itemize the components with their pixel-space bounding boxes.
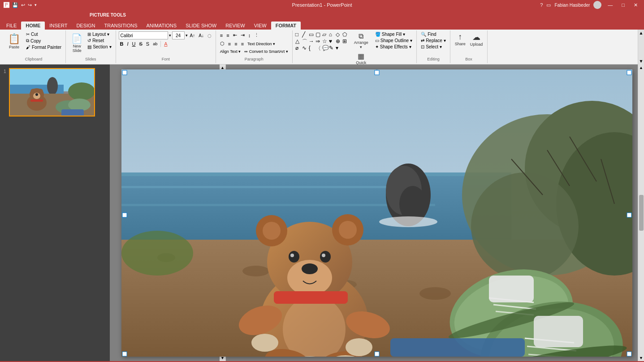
arrange-button[interactable]: ⧉ Arrange ▾ [351,31,371,50]
ribbon-scroll-down[interactable]: ▼ [638,58,644,65]
font-size-arrow[interactable]: ▾ [186,33,188,38]
shape-freeform[interactable]: ✎ [329,45,335,51]
shape-line[interactable]: ╱ [302,31,308,38]
font-color-button[interactable]: A [163,40,169,47]
ribbon-scroll-up[interactable]: ▲ [638,30,644,36]
close-button[interactable]: ✕ [631,2,640,8]
align-right-button[interactable]: ≡ [233,40,238,47]
shape-parallelogram[interactable]: ▱ [322,31,328,38]
decrease-indent-button[interactable]: ⇤ [232,31,238,39]
shape-plus[interactable]: ⊕ [336,38,342,44]
paste-button[interactable]: 📋 Paste [4,31,24,51]
upload-button[interactable]: ☁ Upload [468,31,485,47]
section-button[interactable]: ▤ Section ▾ [86,44,112,50]
shadow-button[interactable]: S [145,40,151,47]
upload-icon: ☁ [472,32,480,42]
shape-arc[interactable]: ⌒ [302,38,308,44]
convert-smartart-button[interactable]: ↭ Convert to SmartArt ▾ [243,48,290,55]
find-button[interactable]: 🔍 Find [419,31,447,37]
shape-rounded[interactable]: ▢ [316,31,322,38]
font-size-input[interactable] [172,31,185,39]
quick-access-more[interactable]: ▾ [35,3,37,7]
shape-trapezoid[interactable]: ⌂ [329,31,335,38]
justify-button[interactable]: ≡ [240,40,245,47]
shape-triangle[interactable]: △ [295,38,302,44]
text-direction-button[interactable]: Text Direction ▾ [246,41,277,47]
box-label: Box [453,57,485,62]
shape-pentagon[interactable]: ⬠ [342,31,349,38]
font-decrease-button[interactable]: A↓ [197,32,205,39]
bullet-list-button[interactable]: ≡ [219,32,224,39]
tab-review[interactable]: REVIEW [221,22,249,30]
tab-view[interactable]: VIEW [250,22,271,30]
shape-wave[interactable]: ∿ [302,45,308,51]
shape-rect[interactable]: □ [295,31,302,38]
numbered-list-button[interactable]: ≡ [225,32,230,39]
tab-design[interactable]: DESIGN [72,22,99,30]
font-increase-button[interactable]: A↑ [189,32,197,39]
shape-curved[interactable]: ⌀ [295,45,302,51]
replace-icon: ⇄ [421,38,424,43]
help-icon[interactable]: ? [540,2,543,8]
ribbon-scroll[interactable]: ▲ ▼ [638,30,644,65]
underline-button[interactable]: U [131,40,137,47]
minimize-button[interactable]: — [605,2,615,8]
shape-effects-button[interactable]: ✦ Shape Effects ▾ [374,44,414,50]
slide-canvas[interactable] [121,69,632,357]
align-center-button[interactable]: ≡ [227,40,232,47]
reset-button[interactable]: ↺ Reset [86,38,112,43]
replace-button[interactable]: ⇄ Replace ▾ [419,38,447,43]
quick-access-redo[interactable]: ↪ [28,2,32,8]
shape-diamond[interactable]: ◇ [336,31,342,38]
tab-file[interactable]: FILE [2,22,21,30]
font-name-arrow[interactable]: ▾ [169,33,171,38]
shape-star[interactable]: ☆ [322,38,328,44]
shape-arrow2[interactable]: ⇒ [316,38,322,44]
tab-animations[interactable]: ANIMATIONS [142,22,182,30]
format-painter-button[interactable]: 🖌 Format Painter [25,44,63,50]
shape-fill-button[interactable]: 🪣 Shape Fill ▾ [374,31,414,37]
shape-heart[interactable]: ♥ [329,38,335,44]
shape-grid[interactable]: ⊞ [342,38,349,44]
line-spacing-button[interactable]: ↕ [247,32,252,39]
copy-button[interactable]: ⧉ Copy [25,38,63,44]
quick-access-undo[interactable]: ↩ [21,2,25,8]
shape-bracket[interactable]: { [309,45,315,51]
bold-button[interactable]: B [119,40,125,47]
char-spacing-button[interactable]: ab [151,41,159,47]
align-left-button[interactable]: ⬡ [219,40,226,47]
shape-brace[interactable]: 〈 [316,45,322,51]
italic-button[interactable]: I [125,40,130,47]
align-text-button[interactable]: Align Text ▾ [219,48,242,55]
increase-indent-button[interactable]: ⇥ [239,31,246,39]
share-button[interactable]: ↑ Share [453,31,467,47]
shape-arrow[interactable]: → [309,38,315,44]
tab-home[interactable]: HOME [21,22,45,30]
slide-thumbnail[interactable] [9,68,95,116]
columns-button[interactable]: ⋮ [253,31,260,39]
v-scroll-thumb[interactable] [639,195,644,231]
font-name-input[interactable] [119,31,168,39]
strikethrough-button[interactable]: S [138,40,143,47]
shape-style-btns: 🪣 Shape Fill ▾ ▭ Shape Outline ▾ ✦ Shape… [374,31,414,50]
tab-slideshow[interactable]: SLIDE SHOW [181,22,221,30]
cut-button[interactable]: ✂ Cut [25,31,63,37]
v-scroll-down[interactable]: ▼ [638,355,644,361]
slide-photo-svg [121,69,632,357]
restore-button[interactable]: □ [619,2,627,8]
shape-rect2[interactable]: ▭ [309,31,315,38]
clear-formatting-button[interactable]: ◌ [206,32,213,39]
quick-access-save[interactable]: 💾 [12,2,18,8]
shape-callout[interactable]: 💬 [322,45,328,51]
new-slide-button[interactable]: 📄 New Slide [69,31,85,55]
tab-insert[interactable]: INSERT [45,22,72,30]
svg-point-22 [399,186,426,222]
v-scroll-up[interactable]: ▲ [638,65,644,71]
shapes-more-arrow[interactable]: ▾ [336,45,342,51]
shape-outline-button[interactable]: ▭ Shape Outline ▾ [374,38,414,43]
layout-button[interactable]: ⊞ Layout ▾ [86,31,112,37]
ribbon-display-options[interactable]: ▭ [546,2,551,8]
tab-format[interactable]: FORMAT [271,22,301,30]
tab-transitions[interactable]: TRANSITIONS [100,22,142,30]
select-button[interactable]: ⊡ Select ▾ [419,44,447,50]
